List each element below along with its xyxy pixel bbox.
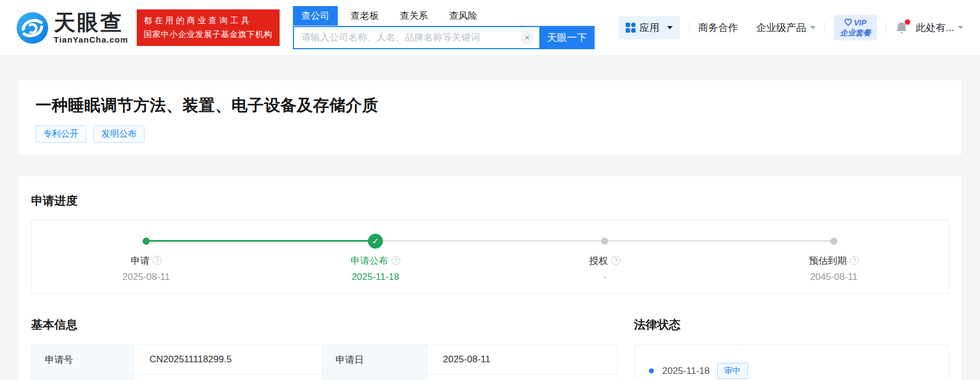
field-value: 2025-08-11 xyxy=(427,345,618,374)
legal-status-box: 2025-11-18 审中 公布 详情 xyxy=(634,345,949,380)
step-publication: 申请公布? 2025-11-18 xyxy=(261,254,490,283)
step-estimated-expiry: 预估到期? 2045-08-11 xyxy=(719,254,948,283)
top-navbar: 天眼查 TianYanCha.com 都在用的商业查询工具 国家中小企业发展子基… xyxy=(0,0,980,56)
search-module: 查公司 查老板 查关系 查风险 × 天眼一下 xyxy=(293,6,595,49)
timeline-steps: 申请? 2025-08-11 申请公布? 2025-11-18 授权? - 预估… xyxy=(32,220,948,283)
timeline-dot-filed xyxy=(143,237,150,244)
tianyancha-eye-icon xyxy=(17,12,48,44)
tianyancha-logo[interactable]: 天眼查 TianYanCha.com xyxy=(17,12,128,44)
search-tabs: 查公司 查老板 查关系 查风险 xyxy=(293,6,595,26)
notification-dot xyxy=(905,19,910,25)
tab-company[interactable]: 查公司 xyxy=(293,6,338,25)
slogan-line1: 都在用的商业查询工具 xyxy=(144,14,273,28)
status-badge[interactable]: 审中 xyxy=(717,363,748,379)
field-label: 申请日 xyxy=(322,345,427,374)
vip-label: VIP xyxy=(854,18,866,28)
nav-enterprise[interactable]: 企业级产品 xyxy=(756,21,816,34)
step-label: 预估到期 xyxy=(809,256,847,266)
search-button[interactable]: 天眼一下 xyxy=(539,26,595,49)
step-grant: 授权? - xyxy=(490,254,719,283)
field-value: CN202511118299.5 xyxy=(134,345,322,374)
clear-input-icon[interactable]: × xyxy=(520,31,534,44)
help-icon[interactable]: ? xyxy=(850,256,859,265)
tag-patent-public[interactable]: 专利公开 xyxy=(35,126,86,143)
bullet-icon xyxy=(649,368,654,373)
caret-down-icon xyxy=(667,26,673,29)
divider xyxy=(886,22,886,33)
timeline-dot-expiry xyxy=(831,237,838,244)
apps-grid-icon xyxy=(626,23,636,33)
help-icon[interactable]: ? xyxy=(611,256,620,265)
notification-bell-icon[interactable] xyxy=(895,21,908,35)
help-icon[interactable]: ? xyxy=(391,256,400,265)
enterprise-label: 企业级产品 xyxy=(756,21,806,34)
patent-title-card: 一种睡眠调节方法、装置、电子设备及存储介质 专利公开 发明公布 xyxy=(19,80,961,155)
progress-heading: 申请进度 xyxy=(31,193,949,209)
application-progress-timeline: ✓ 申请? 2025-08-11 申请公布? 2025-11-18 授权? - … xyxy=(31,220,949,294)
table-row: 申请号 CN202511118299.5 申请日 2025-08-11 xyxy=(32,345,618,374)
tab-boss[interactable]: 查老板 xyxy=(342,6,387,25)
step-label: 申请公布 xyxy=(350,256,388,266)
search-input[interactable] xyxy=(293,26,539,49)
divider xyxy=(747,22,747,33)
step-date: 2045-08-11 xyxy=(719,272,948,283)
search-input-wrap: × xyxy=(293,26,539,49)
table-row: 申请公布号 CN120960582A 申请公布日 2025-11-18 xyxy=(32,374,618,380)
field-value: CN120960582A xyxy=(134,374,322,380)
step-label: 授权 xyxy=(589,256,608,266)
divider xyxy=(689,22,689,33)
patent-title: 一种睡眠调节方法、装置、电子设备及存储介质 xyxy=(35,95,945,117)
legal-status-heading: 法律状态 xyxy=(634,317,949,332)
logo-text: 天眼查 TianYanCha.com xyxy=(54,12,128,44)
vip-sublabel: 企业套餐 xyxy=(840,28,871,38)
step-label: 申请 xyxy=(131,256,149,266)
legal-status-section: 法律状态 2025-11-18 审中 公布 详情 xyxy=(634,317,949,380)
legal-status-item: 2025-11-18 审中 xyxy=(649,363,934,379)
timeline-dot-granted xyxy=(601,237,608,244)
basic-info-table: 申请号 CN202511118299.5 申请日 2025-08-11 申请公布… xyxy=(31,345,618,380)
patent-tags: 专利公开 发明公布 xyxy=(35,126,945,143)
slogan-line2: 国家中小企业发展子基金旗下机构 xyxy=(144,28,273,41)
field-label: 申请公布号 xyxy=(32,374,134,380)
tab-risk[interactable]: 查风险 xyxy=(441,6,486,25)
tag-invention-publication[interactable]: 发明公布 xyxy=(94,126,145,143)
caret-down-icon xyxy=(958,26,963,29)
legal-date: 2025-11-18 xyxy=(662,366,710,377)
vip-package-badge[interactable]: VIP 企业套餐 xyxy=(834,15,877,40)
divider xyxy=(824,22,825,33)
apps-label: 应用 xyxy=(639,21,659,34)
username: 此处有... xyxy=(916,21,954,34)
help-icon[interactable]: ? xyxy=(153,256,162,265)
field-label: 申请号 xyxy=(32,345,134,374)
timeline-check-icon: ✓ xyxy=(368,233,383,248)
field-label: 申请公布日 xyxy=(322,374,427,380)
search-row: × 天眼一下 xyxy=(293,26,595,49)
user-account-menu[interactable]: 此处有... xyxy=(916,21,963,34)
vip-heart-icon xyxy=(844,19,852,26)
field-value: 2025-11-18 xyxy=(427,374,618,380)
patent-detail-card: 申请进度 ✓ 申请? 2025-08-11 申请公布? 2025-11-18 授… xyxy=(19,176,961,380)
slogan-banner: 都在用的商业查询工具 国家中小企业发展子基金旗下机构 xyxy=(137,9,280,46)
step-application: 申请? 2025-08-11 xyxy=(32,254,261,283)
caret-down-icon xyxy=(810,26,816,29)
step-date: 2025-08-11 xyxy=(32,272,261,283)
brand-name: 天眼查 xyxy=(54,12,128,33)
info-columns: 基本信息 申请号 CN202511118299.5 申请日 2025-08-11… xyxy=(31,317,949,380)
brand-domain: TianYanCha.com xyxy=(54,35,128,44)
timeline-done-segment xyxy=(146,240,375,242)
apps-menu[interactable]: 应用 xyxy=(618,16,680,39)
header-right-nav: 应用 商务合作 企业级产品 VIP 企业套餐 xyxy=(618,15,963,40)
basic-info-heading: 基本信息 xyxy=(31,317,617,332)
tab-relation[interactable]: 查关系 xyxy=(391,6,436,25)
step-date: - xyxy=(490,272,719,283)
step-date: 2025-11-18 xyxy=(261,272,490,283)
basic-info-section: 基本信息 申请号 CN202511118299.5 申请日 2025-08-11… xyxy=(31,317,617,380)
nav-cooperation[interactable]: 商务合作 xyxy=(698,21,738,34)
